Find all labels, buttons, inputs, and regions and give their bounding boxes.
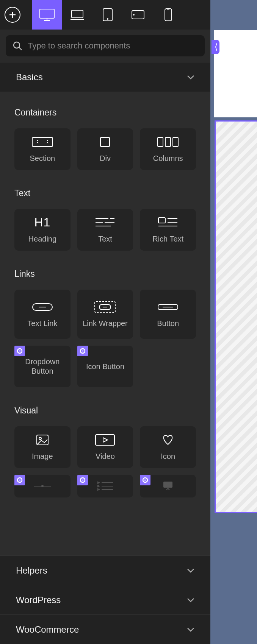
component-button[interactable]: Button xyxy=(140,290,196,339)
component-text-label: Text xyxy=(98,234,112,244)
div-icon xyxy=(99,136,111,148)
chevron-down-icon xyxy=(187,568,194,573)
search-container xyxy=(0,30,210,62)
links-grid-2: Dropdown Button Icon Button xyxy=(14,346,196,387)
component-icon-button[interactable]: Icon Button xyxy=(77,346,133,387)
component-iconbutton-label: Icon Button xyxy=(86,362,124,371)
divider-icon xyxy=(33,480,52,493)
device-laptop-button[interactable] xyxy=(62,0,92,30)
bottom-accordions: Helpers WordPress WooCommerce xyxy=(0,555,210,644)
svg-rect-19 xyxy=(158,137,163,147)
laptop-icon xyxy=(70,9,85,20)
component-dropdown-label: Dropdown Button xyxy=(14,357,71,376)
component-richtext[interactable]: Rich Text xyxy=(140,209,196,251)
image-icon xyxy=(36,433,49,446)
svg-rect-60 xyxy=(163,482,172,488)
component-video-label: Video xyxy=(96,452,115,461)
component-image-label: Image xyxy=(32,452,53,461)
search-input[interactable] xyxy=(28,41,198,51)
svg-point-10 xyxy=(133,14,134,15)
component-columns[interactable]: Columns xyxy=(140,128,196,170)
svg-rect-44 xyxy=(96,435,114,445)
component-heading[interactable]: H1 Heading xyxy=(14,209,71,251)
group-text-label: Text xyxy=(14,188,196,198)
section-icon xyxy=(31,136,53,148)
selection-tag[interactable]: ⟨ xyxy=(212,40,219,54)
accordion-wordpress-label: WordPress xyxy=(16,595,61,605)
text-grid: H1 Heading Text Rich Text xyxy=(14,209,196,251)
group-visual-label: Visual xyxy=(14,405,196,416)
components-sidebar: Basics Containers Section Div Columns Te… xyxy=(0,0,210,644)
pro-badge xyxy=(14,475,25,485)
accordion-basics[interactable]: Basics xyxy=(0,62,210,92)
component-divider[interactable] xyxy=(14,475,71,497)
component-image[interactable]: Image xyxy=(14,426,71,468)
svg-marker-45 xyxy=(103,438,108,442)
svg-point-49 xyxy=(42,485,43,487)
svg-point-8 xyxy=(107,19,108,19)
component-linkwrapper[interactable]: Link Wrapper xyxy=(77,290,133,339)
device-tablet-landscape-button[interactable] xyxy=(123,0,153,30)
pro-badge xyxy=(14,346,25,356)
svg-rect-2 xyxy=(40,9,54,18)
accordion-woocommerce-label: WooCommerce xyxy=(16,624,79,635)
links-grid: Text Link Link Wrapper Button xyxy=(14,290,196,339)
component-div[interactable]: Div xyxy=(77,128,133,170)
accordion-woocommerce[interactable]: WooCommerce xyxy=(0,614,210,644)
video-icon xyxy=(95,433,115,446)
text-icon xyxy=(95,216,115,229)
chevron-down-icon xyxy=(187,75,194,80)
component-icon[interactable]: Icon xyxy=(140,426,196,468)
accordion-wordpress[interactable]: WordPress xyxy=(0,585,210,614)
columns-icon xyxy=(157,136,179,148)
component-video[interactable]: Video xyxy=(77,426,133,468)
svg-rect-21 xyxy=(173,137,178,147)
component-linkwrapper-label: Link Wrapper xyxy=(83,319,128,328)
component-heading-label: Heading xyxy=(28,234,57,244)
svg-rect-15 xyxy=(32,137,53,147)
top-toolbar xyxy=(0,0,210,30)
svg-rect-20 xyxy=(165,137,171,147)
component-button-label: Button xyxy=(157,319,179,328)
svg-rect-5 xyxy=(72,10,83,18)
canvas-page[interactable] xyxy=(214,30,257,117)
device-phone-button[interactable] xyxy=(153,0,183,30)
visual-grid: Image Video Icon xyxy=(14,426,196,468)
accordion-helpers[interactable]: Helpers xyxy=(0,555,210,585)
svg-point-13 xyxy=(14,42,20,48)
gallery-icon xyxy=(162,480,174,493)
pro-badge xyxy=(140,475,150,485)
svg-rect-18 xyxy=(100,137,110,147)
tablet-landscape-icon xyxy=(131,9,145,20)
device-desktop-button[interactable] xyxy=(32,0,62,30)
component-text[interactable]: Text xyxy=(77,209,133,251)
svg-line-14 xyxy=(19,47,22,50)
linkwrapper-icon xyxy=(94,301,116,313)
pro-badge xyxy=(77,346,88,356)
desktop-icon xyxy=(39,8,55,22)
component-section-label: Section xyxy=(30,154,55,163)
svg-rect-27 xyxy=(158,218,165,223)
chevron-down-icon xyxy=(187,627,194,632)
component-section[interactable]: Section xyxy=(14,128,71,170)
group-links-label: Links xyxy=(14,269,196,279)
component-list[interactable] xyxy=(77,475,133,497)
svg-rect-11 xyxy=(165,9,172,21)
chevron-down-icon xyxy=(187,598,194,602)
add-button[interactable] xyxy=(5,7,20,23)
svg-point-43 xyxy=(39,437,41,440)
search-icon xyxy=(13,41,22,51)
component-textlink[interactable]: Text Link xyxy=(14,290,71,339)
visual-grid-2 xyxy=(14,475,196,497)
plus-icon xyxy=(9,11,16,19)
accordion-basics-label: Basics xyxy=(16,72,43,83)
device-tablet-button[interactable] xyxy=(92,0,123,30)
search-field[interactable] xyxy=(6,35,205,56)
component-dropdown-button[interactable]: Dropdown Button xyxy=(14,346,71,387)
component-columns-label: Columns xyxy=(153,154,183,163)
textlink-icon xyxy=(32,301,53,313)
canvas-selected-element[interactable] xyxy=(215,120,257,513)
component-div-label: Div xyxy=(100,154,111,163)
component-icon-label: Icon xyxy=(161,452,175,461)
component-gallery[interactable] xyxy=(140,475,196,497)
